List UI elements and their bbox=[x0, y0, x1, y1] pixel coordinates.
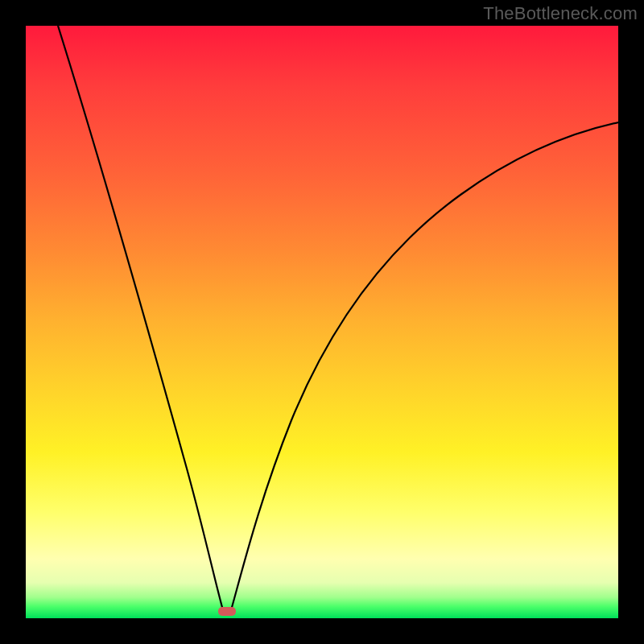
plot-area bbox=[26, 26, 618, 618]
chart-frame: TheBottleneck.com bbox=[0, 0, 644, 644]
min-marker bbox=[218, 607, 236, 616]
bottleneck-curve-right bbox=[231, 122, 618, 610]
watermark-text: TheBottleneck.com bbox=[483, 3, 638, 24]
curve-svg bbox=[26, 26, 618, 618]
bottleneck-curve-left bbox=[58, 26, 223, 610]
